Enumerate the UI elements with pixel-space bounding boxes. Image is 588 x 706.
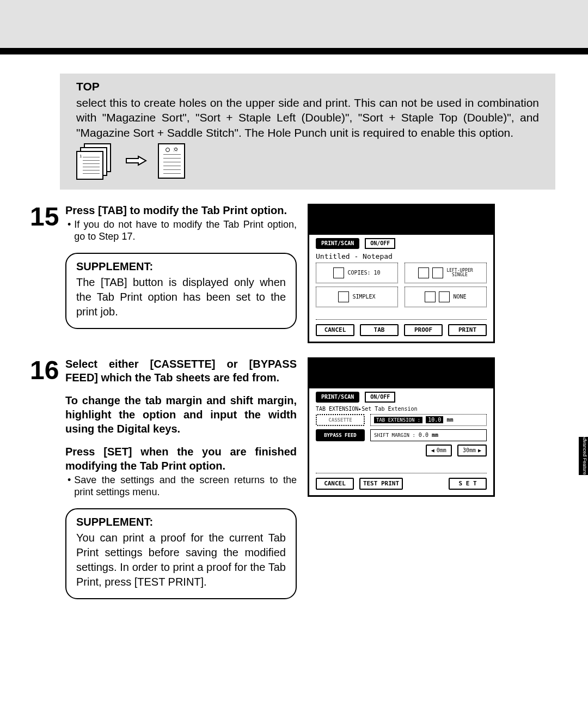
page-header-band [0, 0, 588, 54]
step16-para2: Press [SET] when the you are finished mo… [65, 445, 297, 473]
step15-supplement: SUPPLEMENT: The [TAB] button is displaye… [65, 253, 297, 329]
screen-title: TAB EXTENSION▸Set Tab Extension [316, 406, 487, 412]
min-chip[interactable]: ◀0mm [426, 445, 452, 457]
step-number: 15 [30, 204, 65, 343]
step16-supplement: SUPPLEMENT: You can print a proof for th… [65, 508, 297, 599]
step-15: 15 Press [TAB] to modify the Tab Print o… [30, 204, 558, 343]
section-tab: Advanced Features [579, 437, 588, 475]
proof-button[interactable]: PROOF [404, 324, 443, 336]
illus-punched-page [158, 143, 185, 179]
supplement-heading: SUPPLEMENT: [76, 260, 286, 273]
printscan-tab[interactable]: PRINT/SCAN [316, 392, 359, 403]
step-number: 16 [30, 357, 65, 599]
tab-extension-field[interactable]: TAB EXTENSION : 10.0 mm [370, 414, 487, 426]
simplex-icon [338, 291, 349, 302]
staple-tile[interactable]: LEFT-UPPER SINGLE [405, 263, 487, 283]
device-screen-2: PRINT/SCAN ON/OFF TAB EXTENSION▸Set Tab … [308, 357, 495, 497]
job-title: Untitled - Notepad [316, 252, 487, 260]
cancel-button[interactable]: CANCEL [316, 478, 354, 490]
onoff-tab[interactable]: ON/OFF [365, 238, 395, 249]
chevron-left-icon: ◀ [431, 447, 434, 453]
device-screen-1: PRINT/SCAN ON/OFF Untitled - Notepad COP… [308, 204, 495, 343]
supplement-heading: SUPPLEMENT: [76, 516, 286, 528]
max-chip[interactable]: 30mm▶ [457, 445, 487, 457]
page-icon-2 [439, 291, 450, 302]
step16-title: Select either [CASSETTE] or [BYPASS FEED… [65, 357, 297, 385]
step15-title: Press [TAB] to modify the Tab Print opti… [65, 204, 297, 217]
copies-tile[interactable]: COPIES: 10 [316, 263, 398, 283]
top-title: TOP [76, 80, 539, 93]
page-icon [425, 291, 436, 302]
staple-icon [418, 267, 429, 278]
staple-icon-2 [432, 267, 443, 278]
top-illustration: 3 2 1 [76, 143, 539, 179]
step15-bullet: •If you do not have to modify the Tab Pr… [65, 218, 297, 243]
simplex-tile[interactable]: SIMPLEX [316, 287, 398, 307]
test-print-button[interactable]: TEST PRINT [359, 478, 403, 490]
supplement-body: You can print a proof for the current Ta… [76, 531, 286, 589]
arrow-icon [125, 155, 147, 166]
tab-button[interactable]: TAB [360, 324, 399, 336]
supplement-body: The [TAB] button is displayed only when … [76, 275, 286, 319]
printscan-tab[interactable]: PRINT/SCAN [316, 238, 359, 249]
top-option-box: TOP select this to create holes on the u… [60, 74, 555, 190]
step-16: 16 Select either [CASSETTE] or [BYPASS F… [30, 357, 558, 599]
none-tile[interactable]: NONE [405, 287, 487, 307]
step16-bullet: •Save the settings and the screen return… [65, 474, 297, 498]
cassette-button[interactable]: CASSETTE [316, 414, 365, 426]
bypass-feed-button[interactable]: BYPASS FEED [316, 429, 365, 441]
illus-stack: 3 2 1 [76, 143, 114, 179]
chevron-right-icon: ▶ [478, 447, 481, 453]
document-icon [333, 267, 344, 278]
shift-margin-field[interactable]: SHIFT MARGIN : 0.0 mm [370, 429, 487, 441]
print-button[interactable]: PRINT [448, 324, 487, 336]
cancel-button[interactable]: CANCEL [316, 324, 354, 336]
top-body: select this to create holes on the upper… [76, 95, 539, 140]
onoff-tab[interactable]: ON/OFF [365, 392, 395, 403]
set-button[interactable]: S E T [449, 478, 487, 490]
step16-para1: To change the tab margin and shift margi… [65, 393, 297, 436]
